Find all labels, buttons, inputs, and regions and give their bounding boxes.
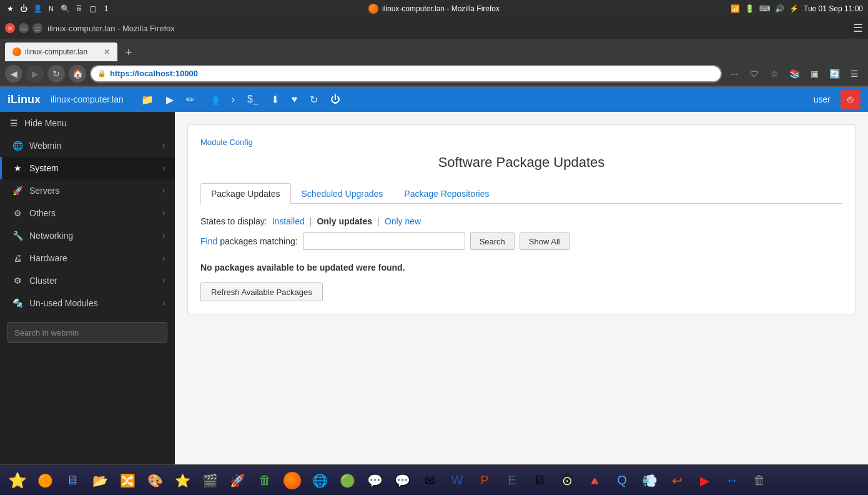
refresh-icon[interactable]: ↻: [307, 91, 320, 108]
taskbar-blue2-icon[interactable]: ↔: [719, 468, 744, 493]
user-icon[interactable]: 👤: [32, 4, 42, 14]
terminal-icon[interactable]: $_: [245, 91, 261, 108]
search-button[interactable]: Search: [470, 232, 515, 250]
browser-controls[interactable]: ✕ — □: [5, 23, 42, 33]
taskbar-monitor-icon[interactable]: 🖥: [527, 468, 552, 493]
folder-icon[interactable]: 📁: [139, 91, 156, 108]
sync-icon[interactable]: 🔄: [826, 65, 843, 82]
tab-close-icon[interactable]: ✕: [104, 48, 110, 56]
taskbar-viber-icon[interactable]: 💬: [362, 468, 387, 493]
logout-button[interactable]: ⎋: [841, 89, 861, 109]
taskbar-star-icon[interactable]: ⭐: [5, 468, 30, 493]
search-os-icon[interactable]: 🔍: [60, 4, 70, 14]
taskbar-skype-icon[interactable]: 💬: [390, 468, 415, 493]
sidebar-item-webmin[interactable]: 🌐 Webmin ›: [0, 134, 175, 157]
edit-icon[interactable]: ✏: [184, 91, 197, 108]
state-only-new-link[interactable]: Only new: [385, 216, 421, 226]
taskbar-chrome-icon[interactable]: 🌐: [307, 468, 332, 493]
tab-package-repositories[interactable]: Package Repositories: [393, 183, 500, 204]
taskbar-toggle-icon[interactable]: 🔀: [115, 468, 140, 493]
power-icon2[interactable]: ⏻: [328, 91, 343, 108]
new-tab-button[interactable]: +: [120, 44, 137, 61]
state-only-updates-link[interactable]: Only updates: [317, 216, 372, 226]
taskbar-circles-icon[interactable]: 🟠: [32, 468, 57, 493]
module-config-link[interactable]: Module Config: [200, 138, 842, 147]
library-icon[interactable]: 📚: [786, 65, 803, 82]
taskbar-back-icon[interactable]: ↩: [664, 468, 689, 493]
more-icon[interactable]: ···: [726, 65, 743, 82]
hardware-arrow-icon: ›: [162, 254, 165, 262]
bookmark-icon[interactable]: ☆: [766, 65, 783, 82]
minimize-button[interactable]: —: [19, 23, 29, 33]
taskbar-firefox-icon[interactable]: [280, 468, 305, 493]
shield-icon[interactable]: 🛡: [746, 65, 763, 82]
reload-button[interactable]: ↻: [47, 65, 65, 82]
sidebar-item-others[interactable]: ⚙ Others ›: [0, 202, 175, 224]
page-title: Software Package Updates: [200, 154, 842, 171]
taskbar-window-icon[interactable]: 🖥: [60, 468, 85, 493]
users-icon[interactable]: 👥: [204, 91, 222, 108]
grid-icon[interactable]: ⠿: [74, 4, 84, 14]
cluster-arrow-icon: ›: [162, 276, 165, 285]
maximize-button[interactable]: □: [32, 23, 42, 33]
taskbar-excel-icon[interactable]: E: [500, 468, 525, 493]
taskbar-green-icon[interactable]: 🟢: [335, 468, 360, 493]
star-icon[interactable]: ★: [5, 4, 15, 14]
taskbar-files-icon[interactable]: 📂: [87, 468, 112, 493]
sidebar-toggle-icon[interactable]: ▣: [806, 65, 823, 82]
power-icon[interactable]: ⏻: [19, 4, 29, 14]
back-button[interactable]: ◀: [5, 65, 22, 82]
tab-package-updates[interactable]: Package Updates: [200, 183, 291, 204]
play-icon[interactable]: ▶: [164, 91, 176, 108]
taskbar-paint-icon[interactable]: 🎨: [142, 468, 167, 493]
taskbar-rocket-icon[interactable]: 🚀: [225, 468, 250, 493]
n-icon[interactable]: N: [46, 4, 56, 14]
taskbar-circle-icon[interactable]: ⊙: [555, 468, 579, 493]
taskbar-any-icon[interactable]: ▶: [692, 468, 717, 493]
arrow-icon[interactable]: ›: [229, 91, 237, 108]
taskbar-word-icon[interactable]: W: [445, 468, 470, 493]
num-icon[interactable]: 1: [101, 4, 111, 14]
browser-tab[interactable]: ilinux-computer.lan ✕: [5, 42, 117, 61]
taskbar-trash2-icon[interactable]: 🗑: [747, 468, 772, 493]
sidebar-item-hardware[interactable]: 🖨 Hardware ›: [0, 247, 175, 269]
hardware-icon: 🖨: [12, 253, 23, 263]
system-arrow-icon: ›: [162, 164, 165, 172]
home-button[interactable]: 🏠: [69, 65, 86, 82]
state-installed-link[interactable]: Installed: [272, 216, 305, 226]
heart-icon[interactable]: ♥: [289, 91, 300, 108]
search-row: Find packages matching: Search Show All: [200, 232, 842, 250]
rect-icon[interactable]: ▢: [87, 4, 97, 14]
taskbar-trash-icon[interactable]: 🗑: [252, 468, 277, 493]
taskbar-mail-icon[interactable]: ✉: [417, 468, 442, 493]
taskbar-ppt-icon[interactable]: P: [472, 468, 497, 493]
browser-menu2-icon[interactable]: ☰: [846, 65, 863, 82]
taskbar-qb-icon[interactable]: Q: [609, 468, 634, 493]
browser-menu-icon[interactable]: ☰: [853, 21, 863, 35]
others-icon: ⚙: [12, 208, 23, 218]
sidebar-item-system[interactable]: ★ System ›: [0, 157, 175, 179]
download-icon[interactable]: ⬇: [269, 91, 282, 108]
taskbar-film-icon[interactable]: 🎬: [197, 468, 222, 493]
sidebar-item-unused[interactable]: 🔩 Un-used Modules ›: [0, 292, 175, 314]
sidebar-item-unused-label: Un-used Modules: [29, 298, 156, 308]
sidebar-item-networking-label: Networking: [29, 231, 156, 241]
show-all-button[interactable]: Show All: [520, 232, 570, 250]
hide-menu-button[interactable]: ☰ Hide Menu: [0, 112, 175, 134]
address-bar[interactable]: 🔒 https://localhost:10000: [90, 65, 722, 82]
find-link[interactable]: Find: [200, 236, 217, 246]
refresh-available-packages-button[interactable]: Refresh Available Packages: [200, 282, 323, 301]
sidebar-item-servers[interactable]: 🚀 Servers ›: [0, 179, 175, 202]
close-button[interactable]: ✕: [5, 23, 15, 33]
tab-scheduled-upgrades[interactable]: Scheduled Upgrades: [291, 183, 394, 204]
taskbar-steam-icon[interactable]: 💨: [637, 468, 662, 493]
app-hostname[interactable]: ilinux-computer.lan: [51, 94, 124, 104]
unused-arrow-icon: ›: [162, 299, 165, 308]
packages-search-input[interactable]: [303, 232, 465, 250]
taskbar-vlc-icon[interactable]: 🔺: [582, 468, 607, 493]
taskbar-star2-icon[interactable]: ⭐: [170, 468, 195, 493]
sidebar-item-networking[interactable]: 🔧 Networking ›: [0, 224, 175, 247]
sidebar-item-cluster[interactable]: ⚙ Cluster ›: [0, 269, 175, 292]
sidebar-search-input[interactable]: [7, 322, 167, 343]
forward-button[interactable]: ▶: [26, 65, 44, 82]
